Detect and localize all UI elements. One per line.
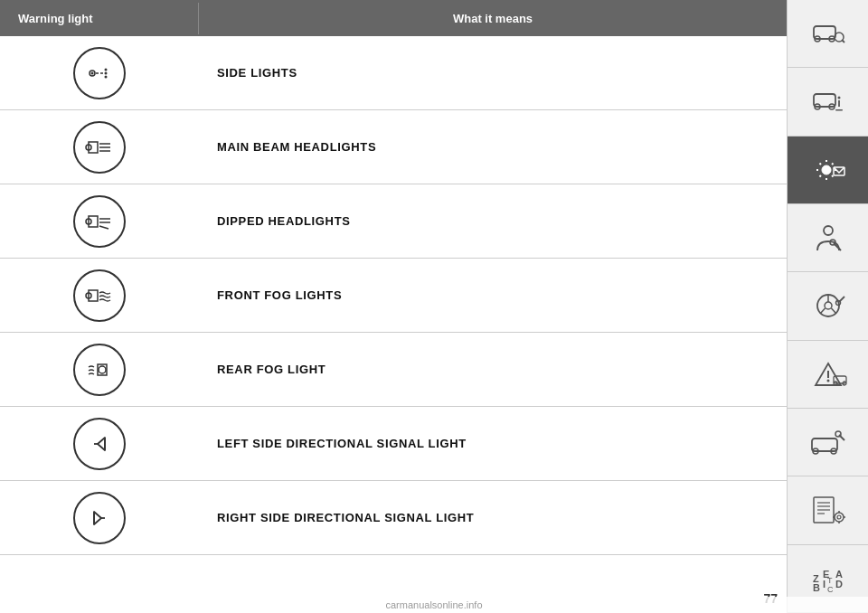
table-row: FRONT FOG LIGHTS [0, 259, 787, 333]
sidebar-item-car-search[interactable] [788, 0, 868, 68]
sidebar-item-maintenance[interactable] [788, 204, 868, 272]
svg-line-41 [832, 175, 834, 177]
rear-fog-icon [73, 344, 126, 396]
label-side-lights: SIDE LIGHTS [199, 57, 787, 89]
table-row: RIGHT SIDE DIRECTIONAL SIGNAL LIGHT [0, 481, 787, 555]
side-lights-icon [73, 47, 126, 99]
front-fog-icon [73, 269, 126, 322]
left-signal-icon [73, 418, 126, 470]
table-header: Warning light What it means [0, 0, 787, 36]
icon-cell-main-beam [0, 112, 199, 183]
svg-point-16 [99, 366, 106, 373]
svg-point-5 [105, 71, 108, 74]
svg-point-49 [825, 302, 832, 309]
table-row: SIDE LIGHTS [0, 36, 787, 110]
table-row: DIPPED HEADLIGHTS [0, 184, 787, 259]
icon-cell-right-signal [0, 483, 199, 553]
icon-cell-left-signal [0, 409, 199, 479]
svg-rect-23 [814, 26, 835, 39]
label-left-signal: LEFT SIDE DIRECTIONAL SIGNAL LIGHT [199, 428, 787, 459]
svg-rect-61 [812, 439, 837, 451]
svg-point-1 [91, 71, 94, 74]
icon-cell-dipped [0, 186, 199, 257]
sidebar-item-hazard[interactable] [788, 341, 868, 409]
svg-point-72 [837, 515, 841, 519]
sidebar-item-steering[interactable] [788, 272, 868, 340]
svg-line-43 [819, 175, 821, 177]
table-row: LEFT SIDE DIRECTIONAL SIGNAL LIGHT [0, 407, 787, 481]
svg-point-71 [835, 513, 844, 522]
svg-text:D: D [835, 579, 843, 589]
svg-marker-17 [98, 438, 105, 450]
svg-line-14 [99, 226, 108, 229]
svg-text:T: T [827, 576, 833, 585]
sidebar: Z B E A D I C T [787, 0, 868, 613]
label-right-signal: RIGHT SIDE DIRECTIONAL SIGNAL LIGHT [199, 502, 787, 533]
svg-line-51 [820, 308, 826, 314]
svg-line-42 [832, 163, 834, 165]
label-rear-fog: REAR FOG LIGHT [199, 354, 787, 385]
sidebar-item-warning-light[interactable] [788, 137, 868, 204]
header-what-label: What it means [199, 3, 787, 34]
svg-point-32 [837, 97, 840, 99]
svg-point-57 [826, 379, 829, 382]
icon-cell-side-lights [0, 38, 199, 108]
svg-line-40 [819, 163, 821, 165]
header-warning-label: Warning light [0, 3, 199, 34]
svg-point-4 [105, 68, 108, 71]
dipped-headlights-icon [73, 195, 126, 248]
main-beam-icon [73, 121, 126, 174]
table-row: REAR FOG LIGHT [0, 333, 787, 407]
table-row: MAIN BEAM HEADLIGHTS [0, 110, 787, 184]
svg-rect-34 [835, 109, 843, 111]
svg-point-45 [824, 226, 833, 235]
right-signal-icon [73, 492, 126, 544]
svg-point-6 [105, 75, 108, 78]
sidebar-item-car-info[interactable] [788, 68, 868, 136]
svg-text:I: I [823, 579, 826, 589]
svg-rect-28 [814, 94, 835, 107]
svg-line-27 [842, 41, 844, 43]
label-main-beam: MAIN BEAM HEADLIGHTS [199, 131, 787, 163]
main-content: Warning light What it means [0, 0, 787, 613]
icon-cell-rear-fog [0, 335, 199, 405]
svg-marker-20 [94, 512, 101, 524]
icon-cell-front-fog [0, 260, 199, 331]
label-front-fog: FRONT FOG LIGHTS [199, 279, 787, 311]
svg-line-52 [831, 308, 836, 314]
label-dipped: DIPPED HEADLIGHTS [199, 205, 787, 237]
svg-point-65 [835, 431, 841, 437]
sidebar-item-tools[interactable] [788, 409, 868, 476]
svg-text:B: B [813, 582, 820, 593]
watermark: carmanualsonline.info [0, 597, 868, 613]
warning-rows: SIDE LIGHTS MAIN BEAM HEADLIGHTS [0, 36, 787, 613]
sidebar-item-settings[interactable] [788, 476, 868, 544]
svg-point-35 [822, 165, 831, 174]
svg-text:C: C [827, 585, 834, 594]
